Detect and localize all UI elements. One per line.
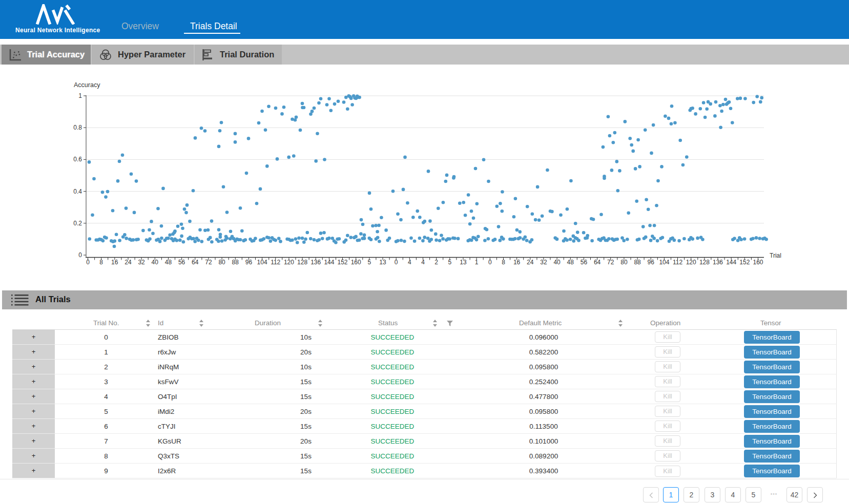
svg-text:136: 136: [713, 259, 723, 266]
svg-text:0: 0: [78, 251, 82, 259]
svg-text:80: 80: [218, 259, 225, 266]
svg-text:72: 72: [205, 259, 212, 266]
svg-text:48: 48: [567, 259, 574, 266]
svg-text:152: 152: [337, 259, 347, 266]
svg-text:40: 40: [553, 259, 561, 266]
svg-text:4: 4: [408, 259, 411, 266]
svg-text:96: 96: [648, 259, 655, 266]
svg-text:120: 120: [284, 259, 294, 266]
svg-text:128: 128: [699, 259, 710, 266]
svg-text:144: 144: [726, 259, 736, 266]
svg-text:120: 120: [686, 259, 696, 266]
svg-text:Trial: Trial: [770, 252, 781, 259]
svg-text:112: 112: [271, 259, 280, 266]
svg-text:64: 64: [192, 259, 199, 266]
svg-text:56: 56: [178, 259, 185, 266]
svg-text:40: 40: [152, 259, 159, 266]
svg-text:112: 112: [673, 259, 682, 266]
svg-text:4: 4: [421, 259, 425, 266]
svg-text:136: 136: [310, 259, 321, 266]
svg-text:0.4: 0.4: [73, 188, 82, 195]
svg-text:13: 13: [460, 259, 467, 266]
svg-text:56: 56: [581, 259, 588, 266]
svg-text:0.2: 0.2: [73, 220, 82, 227]
svg-text:0.8: 0.8: [73, 124, 82, 131]
svg-text:88: 88: [232, 259, 239, 266]
svg-text:160: 160: [753, 259, 763, 266]
svg-text:2: 2: [434, 259, 438, 266]
svg-text:104: 104: [257, 259, 267, 266]
svg-text:160: 160: [351, 259, 361, 266]
svg-text:144: 144: [324, 259, 334, 266]
svg-text:Accuracy: Accuracy: [74, 81, 100, 89]
svg-text:0: 0: [86, 259, 90, 266]
svg-text:8: 8: [502, 259, 505, 266]
svg-text:1: 1: [78, 92, 82, 99]
svg-text:8: 8: [99, 259, 103, 266]
svg-text:24: 24: [125, 259, 132, 266]
svg-text:16: 16: [513, 259, 521, 266]
svg-text:0.6: 0.6: [73, 156, 82, 163]
svg-text:152: 152: [739, 259, 750, 266]
svg-text:96: 96: [245, 259, 253, 266]
svg-text:1: 1: [475, 259, 479, 266]
svg-text:5: 5: [448, 259, 451, 266]
svg-text:48: 48: [165, 259, 172, 266]
svg-text:32: 32: [540, 259, 547, 266]
svg-text:64: 64: [594, 259, 601, 266]
svg-text:24: 24: [527, 259, 534, 266]
svg-text:13: 13: [379, 259, 386, 266]
svg-text:32: 32: [138, 259, 145, 266]
svg-text:16: 16: [111, 259, 118, 266]
svg-text:0: 0: [488, 259, 492, 266]
svg-text:128: 128: [297, 259, 307, 266]
svg-text:5: 5: [368, 259, 371, 266]
svg-text:80: 80: [620, 259, 628, 266]
svg-text:88: 88: [634, 259, 641, 266]
svg-text:72: 72: [607, 259, 614, 266]
svg-text:0: 0: [395, 259, 398, 266]
svg-text:104: 104: [659, 259, 669, 266]
